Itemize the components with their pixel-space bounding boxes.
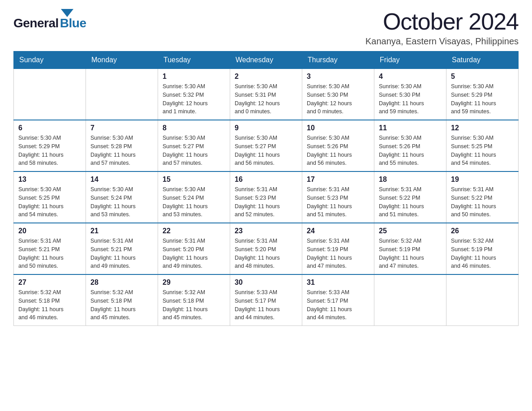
calendar-day-3: 3Sunrise: 5:30 AMSunset: 5:30 PMDaylight… [302,69,374,120]
day-number: 6 [18,124,81,132]
calendar-day-29: 29Sunrise: 5:32 AMSunset: 5:18 PMDayligh… [158,274,230,326]
day-info: Sunrise: 5:31 AMSunset: 5:20 PMDaylight:… [235,237,297,270]
day-number: 18 [379,176,442,184]
day-number: 20 [18,227,81,235]
day-number: 12 [451,124,514,132]
day-number: 24 [307,227,369,235]
weekday-header-sunday: Sunday [14,51,86,69]
calendar-day-8: 8Sunrise: 5:30 AMSunset: 5:27 PMDaylight… [158,120,230,171]
calendar-day-10: 10Sunrise: 5:30 AMSunset: 5:26 PMDayligh… [302,120,374,171]
day-number: 22 [163,227,225,235]
calendar-day-30: 30Sunrise: 5:33 AMSunset: 5:17 PMDayligh… [230,274,302,326]
day-info: Sunrise: 5:31 AMSunset: 5:23 PMDaylight:… [307,185,369,219]
calendar-day-22: 22Sunrise: 5:31 AMSunset: 5:20 PMDayligh… [158,223,230,274]
day-info: Sunrise: 5:31 AMSunset: 5:19 PMDaylight:… [307,237,369,270]
calendar-week-row: 1Sunrise: 5:30 AMSunset: 5:32 PMDaylight… [14,69,519,120]
calendar-day-17: 17Sunrise: 5:31 AMSunset: 5:23 PMDayligh… [302,171,374,223]
weekday-header-saturday: Saturday [446,51,519,69]
calendar-day-25: 25Sunrise: 5:32 AMSunset: 5:19 PMDayligh… [374,223,446,274]
day-number: 5 [451,73,514,81]
calendar-day-27: 27Sunrise: 5:32 AMSunset: 5:18 PMDayligh… [14,274,86,326]
logo-blue-block: Blue [60,9,86,30]
calendar-day-21: 21Sunrise: 5:31 AMSunset: 5:21 PMDayligh… [86,223,158,274]
day-number: 28 [90,278,153,287]
day-info: Sunrise: 5:30 AMSunset: 5:30 PMDaylight:… [307,82,369,116]
calendar-empty-cell [446,274,519,326]
day-info: Sunrise: 5:31 AMSunset: 5:23 PMDaylight:… [235,185,297,219]
calendar-day-13: 13Sunrise: 5:30 AMSunset: 5:25 PMDayligh… [14,171,86,223]
day-number: 13 [18,176,81,184]
day-info: Sunrise: 5:32 AMSunset: 5:18 PMDaylight:… [18,288,81,322]
day-info: Sunrise: 5:31 AMSunset: 5:20 PMDaylight:… [163,237,225,270]
calendar-week-row: 20Sunrise: 5:31 AMSunset: 5:21 PMDayligh… [14,223,519,274]
calendar-empty-cell [86,69,158,120]
weekday-header-friday: Friday [374,51,446,69]
day-info: Sunrise: 5:30 AMSunset: 5:27 PMDaylight:… [235,134,297,167]
page-header: General Blue October 2024 Kananya, Easte… [13,9,519,47]
calendar-day-15: 15Sunrise: 5:30 AMSunset: 5:24 PMDayligh… [158,171,230,223]
calendar-day-6: 6Sunrise: 5:30 AMSunset: 5:29 PMDaylight… [14,120,86,171]
day-info: Sunrise: 5:30 AMSunset: 5:26 PMDaylight:… [379,134,442,167]
title-section: October 2024 Kananya, Eastern Visayas, P… [365,9,519,47]
day-number: 16 [235,176,297,184]
calendar-day-20: 20Sunrise: 5:31 AMSunset: 5:21 PMDayligh… [14,223,86,274]
day-info: Sunrise: 5:30 AMSunset: 5:28 PMDaylight:… [90,134,153,167]
day-info: Sunrise: 5:30 AMSunset: 5:31 PMDaylight:… [235,82,297,116]
weekday-header-wednesday: Wednesday [230,51,302,69]
day-info: Sunrise: 5:30 AMSunset: 5:29 PMDaylight:… [451,82,514,116]
day-info: Sunrise: 5:31 AMSunset: 5:22 PMDaylight:… [451,185,514,219]
logo-blue-text: Blue [60,16,86,30]
day-info: Sunrise: 5:30 AMSunset: 5:27 PMDaylight:… [163,134,225,167]
calendar-day-12: 12Sunrise: 5:30 AMSunset: 5:25 PMDayligh… [446,120,519,171]
calendar-header-row: SundayMondayTuesdayWednesdayThursdayFrid… [14,51,519,69]
calendar-day-2: 2Sunrise: 5:30 AMSunset: 5:31 PMDaylight… [230,69,302,120]
calendar-day-5: 5Sunrise: 5:30 AMSunset: 5:29 PMDaylight… [446,69,519,120]
day-info: Sunrise: 5:31 AMSunset: 5:21 PMDaylight:… [90,237,153,270]
calendar-week-row: 6Sunrise: 5:30 AMSunset: 5:29 PMDaylight… [14,120,519,171]
calendar-day-23: 23Sunrise: 5:31 AMSunset: 5:20 PMDayligh… [230,223,302,274]
calendar-table: SundayMondayTuesdayWednesdayThursdayFrid… [13,51,519,326]
day-info: Sunrise: 5:32 AMSunset: 5:19 PMDaylight:… [379,237,442,270]
day-info: Sunrise: 5:30 AMSunset: 5:32 PMDaylight:… [163,82,225,116]
day-info: Sunrise: 5:30 AMSunset: 5:30 PMDaylight:… [379,82,442,116]
weekday-header-thursday: Thursday [302,51,374,69]
calendar-day-18: 18Sunrise: 5:31 AMSunset: 5:22 PMDayligh… [374,171,446,223]
calendar-week-row: 13Sunrise: 5:30 AMSunset: 5:25 PMDayligh… [14,171,519,223]
day-number: 15 [163,176,225,184]
day-info: Sunrise: 5:31 AMSunset: 5:21 PMDaylight:… [18,237,81,270]
calendar-day-7: 7Sunrise: 5:30 AMSunset: 5:28 PMDaylight… [86,120,158,171]
calendar-day-31: 31Sunrise: 5:33 AMSunset: 5:17 PMDayligh… [302,274,374,326]
day-number: 7 [90,124,153,132]
day-info: Sunrise: 5:32 AMSunset: 5:18 PMDaylight:… [90,288,153,322]
weekday-header-tuesday: Tuesday [158,51,230,69]
day-info: Sunrise: 5:30 AMSunset: 5:24 PMDaylight:… [163,185,225,219]
location-title: Kananya, Eastern Visayas, Philippines [365,36,519,47]
calendar-day-19: 19Sunrise: 5:31 AMSunset: 5:22 PMDayligh… [446,171,519,223]
day-info: Sunrise: 5:33 AMSunset: 5:17 PMDaylight:… [235,288,297,322]
weekday-header-monday: Monday [86,51,158,69]
calendar-day-1: 1Sunrise: 5:30 AMSunset: 5:32 PMDaylight… [158,69,230,120]
day-number: 23 [235,227,297,235]
day-info: Sunrise: 5:30 AMSunset: 5:26 PMDaylight:… [307,134,369,167]
logo-general-text: General [13,16,59,30]
calendar-day-16: 16Sunrise: 5:31 AMSunset: 5:23 PMDayligh… [230,171,302,223]
day-number: 26 [451,227,514,235]
calendar-day-26: 26Sunrise: 5:32 AMSunset: 5:19 PMDayligh… [446,223,519,274]
day-number: 2 [235,73,297,81]
day-number: 1 [163,73,225,81]
day-number: 17 [307,176,369,184]
day-info: Sunrise: 5:30 AMSunset: 5:25 PMDaylight:… [18,185,81,219]
day-info: Sunrise: 5:30 AMSunset: 5:24 PMDaylight:… [90,185,153,219]
day-number: 27 [18,278,81,287]
calendar-day-14: 14Sunrise: 5:30 AMSunset: 5:24 PMDayligh… [86,171,158,223]
day-info: Sunrise: 5:32 AMSunset: 5:18 PMDaylight:… [163,288,225,322]
calendar-day-11: 11Sunrise: 5:30 AMSunset: 5:26 PMDayligh… [374,120,446,171]
day-info: Sunrise: 5:30 AMSunset: 5:29 PMDaylight:… [18,134,81,167]
day-number: 9 [235,124,297,132]
calendar-day-4: 4Sunrise: 5:30 AMSunset: 5:30 PMDaylight… [374,69,446,120]
calendar-empty-cell [14,69,86,120]
day-number: 4 [379,73,442,81]
day-number: 21 [90,227,153,235]
day-number: 31 [307,278,369,287]
calendar-day-9: 9Sunrise: 5:30 AMSunset: 5:27 PMDaylight… [230,120,302,171]
